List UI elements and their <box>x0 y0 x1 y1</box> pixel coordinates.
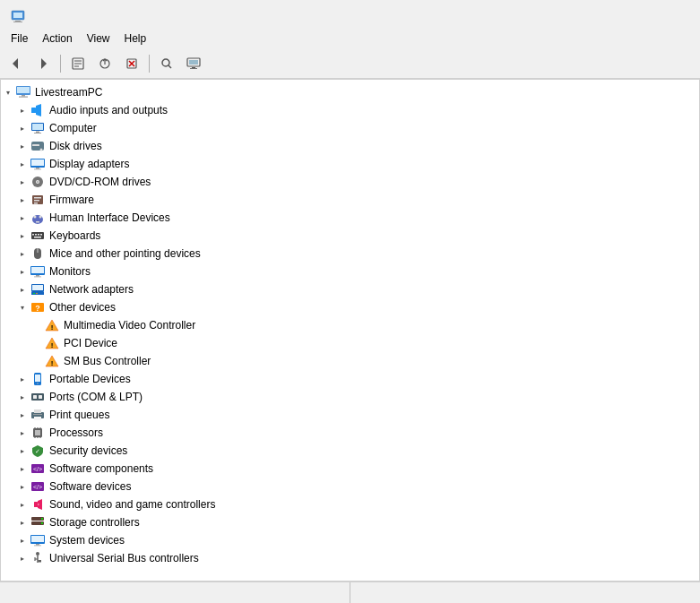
svg-point-64 <box>36 293 38 295</box>
menu-action[interactable]: Action <box>35 30 79 47</box>
tree-expander[interactable] <box>15 227 30 245</box>
tree-item-label: Storage controllers <box>49 516 140 529</box>
svg-point-100 <box>41 522 43 524</box>
tree-item-icon <box>30 139 46 153</box>
tree-item-label: Ports (COM & LPT) <box>49 391 143 403</box>
tree-item-label: Network adapters <box>49 283 134 296</box>
root-expander[interactable] <box>1 83 15 101</box>
tree-item[interactable]: System devices <box>1 531 699 549</box>
tree-item[interactable]: Computer <box>1 119 699 137</box>
tree-item[interactable]: Storage controllers <box>1 513 699 531</box>
svg-rect-104 <box>34 546 41 547</box>
tree-item[interactable]: DVD/CD-ROM drives <box>1 173 699 191</box>
tree-root[interactable]: LivestreamPC <box>1 83 699 101</box>
tree-expander[interactable] <box>15 137 30 155</box>
tree-item[interactable]: Human Interface Devices <box>1 209 699 227</box>
tree-item-label: Human Interface Devices <box>49 211 170 224</box>
tree-expander[interactable] <box>15 370 30 388</box>
main-area: LivestreamPC Audio inputs and outputs Co… <box>0 79 700 581</box>
tree-item[interactable]: Universal Serial Bus controllers <box>1 549 699 567</box>
tree-item[interactable]: Display adapters <box>1 155 699 173</box>
minimize-button[interactable] <box>566 4 607 29</box>
svg-rect-48 <box>31 232 44 239</box>
svg-rect-27 <box>32 124 43 130</box>
tree-expander[interactable] <box>15 119 30 137</box>
tree-item[interactable]: Disk drives <box>1 137 699 155</box>
tree-item[interactable]: ! SM Bus Controller <box>1 352 699 370</box>
tree-item-icon <box>30 390 46 404</box>
tree-item[interactable]: Audio inputs and outputs <box>1 101 699 119</box>
tree-item[interactable]: Print queues <box>1 406 699 424</box>
tree-item-icon <box>30 193 46 207</box>
tree-item-label: Multimedia Video Controller <box>64 319 195 332</box>
scan-button[interactable] <box>154 52 179 75</box>
tree-item[interactable]: Network adapters <box>1 280 699 298</box>
tree-item[interactable]: Ports (COM & LPT) <box>1 388 699 406</box>
svg-point-46 <box>39 216 42 219</box>
tree-expander[interactable] <box>15 245 30 263</box>
svg-point-105 <box>36 552 39 556</box>
svg-rect-29 <box>34 133 41 134</box>
svg-line-16 <box>169 65 171 68</box>
maximize-button[interactable] <box>607 4 648 29</box>
svg-rect-74 <box>35 375 40 382</box>
back-button[interactable] <box>4 52 29 75</box>
tree-expander[interactable] <box>15 424 30 442</box>
uninstall-button[interactable] <box>119 52 144 75</box>
tree-expander[interactable] <box>15 155 30 173</box>
tree-item-label: Software devices <box>49 480 131 493</box>
tree-expander[interactable] <box>15 549 30 567</box>
toolbar <box>0 48 700 79</box>
tree-item-icon <box>30 282 46 297</box>
monitor-icon <box>186 56 201 71</box>
tree-item[interactable]: </> Software components <box>1 460 699 478</box>
tree-item[interactable]: ! PCI Device <box>1 334 699 352</box>
tree-item[interactable]: Processors <box>1 424 699 442</box>
tree-expander[interactable] <box>15 173 30 191</box>
tree-item-icon <box>30 264 46 279</box>
tree-expander[interactable] <box>15 495 30 513</box>
tree-item-icon: </> <box>30 461 46 476</box>
tree-item[interactable]: Portable Devices <box>1 370 699 388</box>
properties-button[interactable] <box>65 52 91 75</box>
svg-marker-4 <box>13 58 18 69</box>
monitor-button[interactable] <box>181 52 206 75</box>
forward-button[interactable] <box>30 52 56 75</box>
tree-item[interactable]: Sound, video and game controllers <box>1 495 699 513</box>
tree-item[interactable]: Monitors <box>1 263 699 280</box>
svg-rect-23 <box>22 95 25 97</box>
menu-view[interactable]: View <box>80 30 117 47</box>
tree-item-label: Monitors <box>49 265 91 278</box>
tree-item[interactable]: ? Other devices <box>1 298 699 316</box>
tree-expander[interactable] <box>15 101 30 119</box>
tree-expander[interactable] <box>15 263 30 280</box>
tree-item-label: Print queues <box>49 409 109 421</box>
update-driver-button[interactable] <box>92 52 117 75</box>
tree-item[interactable]: Mice and other pointing devices <box>1 245 699 263</box>
tree-item[interactable]: </> Software devices <box>1 478 699 495</box>
menu-file[interactable]: File <box>4 30 35 47</box>
tree-expander[interactable] <box>15 280 30 298</box>
tree-expander[interactable] <box>15 442 30 460</box>
tree-item[interactable]: Keyboards <box>1 227 699 245</box>
tree-item[interactable]: ! Multimedia Video Controller <box>1 316 699 334</box>
svg-rect-49 <box>32 234 34 236</box>
svg-rect-51 <box>38 234 39 236</box>
tree-expander[interactable] <box>15 298 30 316</box>
tree-item-icon <box>30 211 46 225</box>
tree-expander[interactable] <box>15 209 30 227</box>
tree-item-label: Display adapters <box>49 158 129 170</box>
svg-rect-24 <box>19 97 28 98</box>
tree-expander[interactable] <box>15 191 30 209</box>
tree-expander[interactable] <box>15 478 30 495</box>
svg-rect-1 <box>13 13 22 18</box>
tree-expander[interactable] <box>15 531 30 549</box>
tree-item[interactable]: ✓ Security devices <box>1 442 699 460</box>
tree-expander[interactable] <box>15 513 30 531</box>
close-button[interactable] <box>648 4 689 29</box>
tree-expander[interactable] <box>15 388 30 406</box>
tree-expander[interactable] <box>15 460 30 478</box>
tree-item[interactable]: Firmware <box>1 191 699 209</box>
tree-expander[interactable] <box>15 406 30 424</box>
menu-help[interactable]: Help <box>117 30 154 47</box>
